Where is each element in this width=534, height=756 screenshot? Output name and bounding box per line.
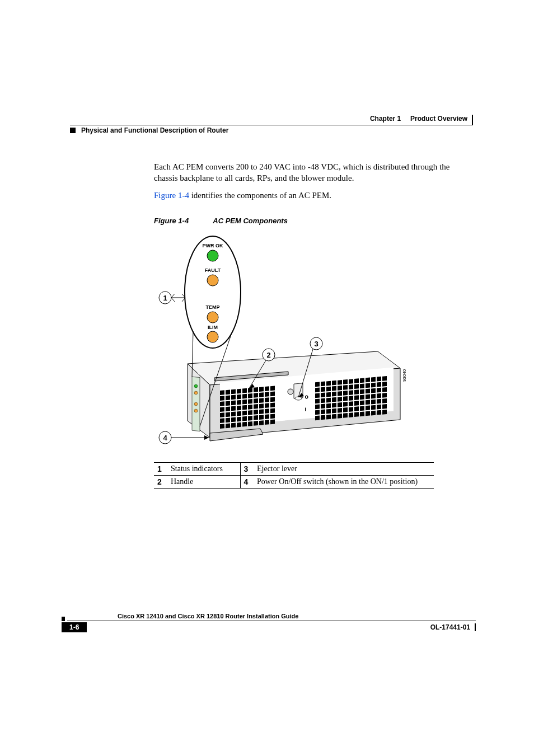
svg-rect-81 [354,378,359,383]
svg-rect-72 [265,420,269,425]
callout-3: 3 [314,340,318,348]
svg-rect-161 [366,411,370,416]
svg-rect-38 [242,405,247,410]
paragraph-2-rest: identifies the components of an AC PEM. [189,191,331,200]
svg-rect-8 [242,388,247,393]
svg-rect-74 [315,382,320,387]
chapter-line: Chapter 1 Product Overview [70,115,473,125]
svg-rect-36 [231,406,236,411]
callout-num: 1 [154,462,167,475]
svg-rect-90 [332,386,336,391]
svg-rect-46 [231,411,236,416]
svg-rect-42 [265,403,269,408]
svg-rect-5 [226,389,230,395]
callout-num: 4 [240,475,254,488]
svg-rect-6 [231,389,236,394]
svg-rect-155 [332,414,336,419]
svg-rect-162 [371,410,376,415]
svg-rect-89 [326,386,331,391]
callout-1: 1 [163,294,167,302]
svg-rect-33 [270,397,275,402]
svg-text:I: I [305,407,306,411]
svg-point-179 [207,331,218,342]
svg-rect-149 [371,405,376,410]
svg-rect-127 [321,403,325,408]
section-title: Physical and Functional Description of R… [81,126,228,134]
svg-rect-23 [270,391,275,396]
svg-rect-123 [371,393,376,398]
svg-rect-83 [366,377,370,382]
callout-4: 4 [163,434,167,442]
figure-reference-link[interactable]: Figure 1-4 [154,191,189,200]
svg-rect-71 [259,420,264,425]
running-footer: Cisco XR 12410 and Cisco XR 12810 Router… [62,613,476,632]
svg-rect-84 [371,377,376,382]
svg-rect-41 [259,403,264,408]
svg-rect-146 [354,406,359,411]
svg-rect-137 [377,399,381,404]
svg-point-177 [207,275,218,286]
svg-rect-49 [248,410,252,415]
svg-rect-79 [343,379,348,384]
svg-rect-159 [354,412,359,417]
svg-rect-76 [326,381,331,386]
svg-rect-113 [315,398,320,403]
svg-rect-133 [354,401,359,406]
svg-rect-61 [259,415,264,420]
callout-table: 1 Status indicators 3 Ejector lever 2 Ha… [154,462,434,489]
svg-rect-105 [343,391,348,396]
svg-rect-91 [338,386,342,391]
callout-desc: Handle [167,475,240,488]
svg-rect-15 [226,395,230,400]
svg-rect-67 [237,422,241,427]
svg-rect-111 [377,388,381,393]
body-area: Each AC PEM converts 200 to 240 VAC into… [154,161,467,489]
svg-rect-147 [360,406,364,411]
svg-rect-65 [226,423,230,428]
svg-rect-124 [377,393,381,398]
svg-rect-125 [382,393,387,398]
svg-rect-128 [326,403,331,408]
svg-rect-130 [338,402,342,407]
svg-rect-54 [220,418,224,423]
figure-diagram: O I PWR OK FAULT TEMP ILIM [154,231,411,452]
svg-rect-164 [382,410,387,415]
svg-rect-114 [321,398,325,403]
svg-rect-138 [382,398,387,403]
svg-rect-121 [360,395,364,400]
svg-rect-95 [360,383,364,388]
svg-rect-75 [321,381,325,386]
svg-rect-34 [220,407,224,412]
svg-rect-51 [259,409,264,414]
svg-rect-19 [248,393,252,398]
svg-rect-109 [366,388,370,393]
figure-number: Figure 1-4 [154,217,189,225]
svg-rect-119 [349,396,353,401]
svg-rect-143 [338,408,342,413]
svg-rect-63 [270,414,275,419]
svg-rect-35 [226,406,230,411]
svg-rect-7 [237,388,241,393]
svg-rect-145 [349,407,353,412]
svg-rect-66 [231,422,236,428]
svg-rect-73 [270,419,275,424]
svg-rect-107 [354,389,359,395]
svg-rect-129 [332,403,336,408]
svg-rect-20 [254,393,258,398]
svg-rect-140 [321,409,325,414]
svg-rect-112 [382,387,387,392]
svg-rect-29 [248,399,252,404]
svg-point-169 [194,402,198,406]
guide-title: Cisco XR 12410 and Cisco XR 12810 Router… [67,613,476,621]
chapter-title: Product Overview [410,115,467,123]
callout-2: 2 [266,351,270,359]
callout-desc: Ejector lever [254,462,434,475]
running-header: Chapter 1 Product Overview Physical and … [70,115,473,134]
table-row: 1 Status indicators 3 Ejector lever [154,462,434,475]
svg-rect-152 [315,415,320,420]
svg-rect-57 [237,416,241,421]
figure-caption: Figure 1-4 AC PEM Components [154,217,467,225]
svg-rect-25 [226,401,230,406]
svg-rect-135 [366,400,370,405]
svg-rect-103 [332,392,336,397]
